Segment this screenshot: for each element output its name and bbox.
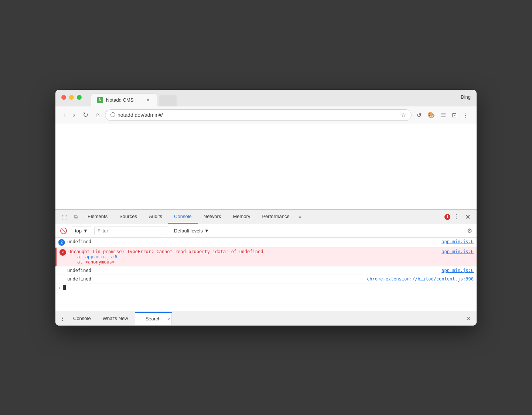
tab-close-button[interactable]: × [145,97,151,103]
tab-audits[interactable]: Audits [143,210,168,224]
filter-input[interactable] [94,227,168,235]
console-toolbar: 🚫 top ▼ Default levels ▼ ⚙ [55,224,477,238]
error-source[interactable]: app.min.js:6 [441,249,474,254]
url-text: notadd.dev/admin#/ [117,112,399,118]
inspect-element-button[interactable]: ⬚ [58,211,71,223]
user-name: Ding [461,94,471,100]
tab-sources[interactable]: Sources [113,210,143,224]
row-source[interactable]: app.min.js:6 [441,239,474,244]
bookmark-icon[interactable]: ☆ [401,112,406,119]
bottom-tab-search-container: Search × [135,312,172,325]
console-row: 2 undefined app.min.js:6 [55,238,477,248]
address-bar: ‹ › ↻ ⌂ ⓘ notadd.dev/admin#/ ☆ ↺ 🎨 ☰ ⊡ ⋮ [55,106,477,124]
extension-btn-4[interactable]: ⊡ [450,110,459,120]
row-source-plain-2[interactable]: chrome-extension://b…ilod/content.js:390 [367,276,474,282]
error-main-content: Uncaught (in promise) TypeError: Cannot … [68,249,439,265]
stack-line-1: at app.min.js:6 [68,254,117,259]
row-source-plain-1[interactable]: app.min.js:6 [441,268,474,273]
extension-btn-1[interactable]: ↺ [415,110,424,120]
window-controls [61,95,82,100]
minimize-button[interactable] [69,95,74,100]
close-button[interactable] [61,95,66,100]
row-content: undefined [67,239,439,244]
more-tabs-button[interactable]: » [296,210,304,223]
bottom-tab-console[interactable]: Console [68,313,96,325]
browser-content [55,124,477,209]
extension-btn-2[interactable]: 🎨 [425,110,437,120]
devtools-tab-bar: ⬚ ⧉ Elements Sources Audits Console Netw… [55,210,477,224]
stack-line-2: at <anonymous> [68,259,115,265]
stack-link-1[interactable]: app.min.js:6 [85,254,117,259]
forward-button[interactable]: › [71,110,78,120]
bottom-tab-search[interactable]: Search [140,313,166,325]
bottom-menu-button[interactable]: ⋮ [58,313,66,324]
error-icon-badge: ✕ [59,249,66,256]
tab-memory[interactable]: Memory [227,210,256,224]
bottom-tab-whats-new[interactable]: What's New [98,313,133,325]
toolbar-icons: ↺ 🎨 ☰ ⊡ ⋮ [415,110,471,120]
console-cursor [63,285,66,290]
console-input-row[interactable]: › [55,283,477,292]
row-content-plain-2: undefined [67,276,364,282]
console-row-plain-1: undefined app.min.js:6 [55,266,477,275]
error-badge: 1 [444,214,450,220]
url-bar[interactable]: ⓘ notadd.dev/admin#/ ☆ [105,109,412,121]
tabs-area: N Notadd CMS × [91,93,471,106]
levels-label: Default levels [174,228,203,234]
tab-console[interactable]: Console [168,210,198,224]
back-button[interactable]: ‹ [61,110,68,120]
row-content-plain-1: undefined [67,268,439,273]
error-row-main: ✕ Uncaught (in promise) TypeError: Canno… [55,248,477,266]
active-tab[interactable]: N Notadd CMS × [91,93,157,106]
tab-title: Notadd CMS [106,97,133,103]
tab-network[interactable]: Network [198,210,227,224]
devtools-bottom-close-button[interactable]: × [464,312,474,326]
context-chevron-icon: ▼ [83,228,88,234]
tab-elements[interactable]: Elements [82,210,113,224]
title-bar: N Notadd CMS × Ding [55,90,477,106]
tab-favicon: N [97,97,103,103]
devtools-panel: ⬚ ⧉ Elements Sources Audits Console Netw… [55,209,477,326]
bottom-tab-bar: ⋮ Console What's New Search × × [55,312,477,326]
browser-window: N Notadd CMS × Ding ‹ › ↻ ⌂ ⓘ notadd.dev… [55,90,477,326]
extension-btn-3[interactable]: ☰ [439,110,448,120]
console-output: 2 undefined app.min.js:6 ✕ Uncaught (in … [55,238,477,312]
home-button[interactable]: ⌂ [93,110,102,120]
error-count: 1 [444,214,450,220]
count-badge: 2 [58,239,65,246]
secure-icon: ⓘ [110,112,115,118]
context-selector[interactable]: top ▼ [72,227,91,235]
devtools-menu-button[interactable]: ⋮ [450,210,462,223]
console-row-plain-2: undefined chrome-extension://b…ilod/cont… [55,275,477,283]
device-toolbar-button[interactable]: ⧉ [71,211,82,223]
levels-chevron-icon: ▼ [204,228,209,234]
more-menu-button[interactable]: ⋮ [460,110,471,120]
default-levels-button[interactable]: Default levels ▼ [171,227,212,235]
devtools-close-button[interactable]: ✕ [462,210,474,224]
search-tab-close-button[interactable]: × [167,316,170,322]
console-settings-button[interactable]: ⚙ [466,226,474,236]
block-requests-button[interactable]: 🚫 [58,226,69,236]
console-prompt-icon: › [58,285,61,290]
new-tab[interactable] [159,95,177,106]
reload-button[interactable]: ↻ [81,109,91,120]
tab-performance[interactable]: Performance [256,210,295,224]
maximize-button[interactable] [77,95,82,100]
context-value: top [75,228,82,234]
